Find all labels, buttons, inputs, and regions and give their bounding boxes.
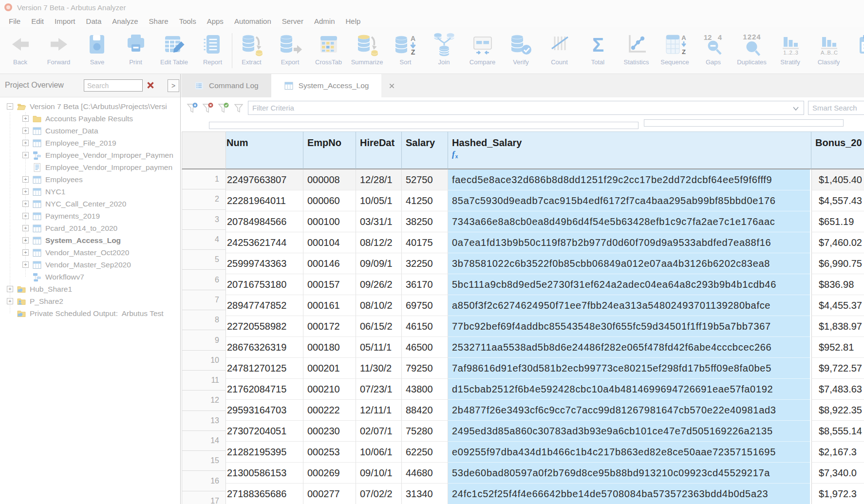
cell[interactable]: 69750 [402, 295, 448, 316]
tree-item-accounts-payable-results[interactable]: Accounts Payable Results [0, 112, 180, 125]
toolbar-total-button[interactable]: ΣTotal [579, 27, 617, 66]
cell[interactable]: 28676326319 [226, 337, 303, 358]
column-header-num[interactable]: Num [226, 131, 303, 169]
toolbar-summarize-button[interactable]: Summarize [348, 27, 386, 66]
cell[interactable]: 02/07/1 [356, 421, 402, 442]
menu-import[interactable]: Import [49, 17, 81, 25]
toolbar-stratify-button[interactable]: 1..2..3Stratify [771, 27, 809, 66]
toolbar-sort-button[interactable]: AZSort [386, 27, 425, 66]
cell[interactable]: $651.19 [811, 211, 864, 232]
cell[interactable]: 2532711aa5538ad5b8d6e24486f282e065f478fd… [448, 337, 810, 358]
cell[interactable]: 29593164703 [226, 400, 303, 421]
plus-expander-icon[interactable] [22, 128, 29, 134]
menu-tools[interactable]: Tools [174, 17, 202, 25]
toolbar-compare-button[interactable]: Compare [463, 27, 502, 66]
cell[interactable]: 000060 [303, 190, 356, 211]
cell[interactable]: $8,922.35 [811, 400, 864, 421]
cell[interactable]: 09/10/1 [356, 463, 402, 484]
cell[interactable]: 000201 [303, 358, 356, 379]
cell[interactable]: 27188365686 [226, 484, 303, 504]
toolbar-report-button[interactable]: Report [193, 27, 232, 66]
chevron-down-icon[interactable] [792, 105, 799, 111]
filter-apply-icon[interactable] [186, 102, 198, 114]
cell[interactable]: 7af98616d91ef30d581b2ecb99773ce80215ef29… [448, 358, 810, 379]
row-number[interactable]: 10 [182, 351, 226, 371]
cell[interactable]: 22720558982 [226, 316, 303, 337]
menu-server[interactable]: Server [277, 17, 309, 25]
panel-collapse-button[interactable]: > [168, 79, 179, 92]
tree-item-nyc-call-center-2020[interactable]: NYC_Call_Center_2020 [0, 198, 180, 210]
cell[interactable]: a850f3f2c6274624950f71ee7fbb24ea313a5480… [448, 295, 810, 316]
cell[interactable]: 21300586153 [226, 463, 303, 484]
row-number[interactable]: 3 [182, 210, 226, 230]
cell[interactable]: 62250 [402, 442, 448, 463]
cell[interactable]: 000230 [303, 421, 356, 442]
cell[interactable]: 25999743363 [226, 253, 303, 274]
toolbar-verify-button[interactable]: Verify [502, 27, 540, 66]
cell[interactable]: $7,483.63 [811, 379, 864, 400]
cell[interactable]: 85a7c5930d9eadb7cac915b4edf6172f7ca4baa2… [448, 190, 810, 211]
cell[interactable]: $9,722.57 [811, 358, 864, 379]
cell[interactable]: 000253 [303, 442, 356, 463]
cell[interactable]: 36170 [402, 274, 448, 295]
row-number[interactable]: 14 [182, 431, 226, 451]
cell[interactable]: 12/11/1 [356, 400, 402, 421]
cell[interactable]: 44680 [402, 463, 448, 484]
toolbar-crosstab-button[interactable]: CrossTab [309, 27, 348, 66]
tree-item-system-access-log[interactable]: System_Access_Log [0, 234, 180, 246]
plus-expander-icon[interactable] [22, 201, 29, 207]
cell[interactable]: $2,167.3 [811, 442, 864, 463]
tab-close-button[interactable] [385, 81, 398, 91]
toolbar-join-button[interactable]: Join [425, 27, 463, 66]
cell[interactable]: 52750 [402, 169, 448, 190]
row-number[interactable]: 4 [182, 230, 226, 250]
cell[interactable]: $1,838.97 [811, 316, 864, 337]
cell[interactable]: 07/23/1 [356, 379, 402, 400]
toolbar-classify-button[interactable]: A..B..CClassify [809, 27, 848, 66]
tree-item-employee-vendor-improper-paymen[interactable]: Employee_Vendor_Improper_paymen [0, 161, 180, 173]
menu-automation[interactable]: Automation [229, 17, 277, 25]
tree-item-nyc1[interactable]: NYC1 [0, 186, 180, 198]
cell[interactable]: 05/11/1 [356, 337, 402, 358]
cell[interactable]: 24253621744 [226, 232, 303, 253]
filter-plain-icon[interactable] [232, 102, 245, 114]
cell[interactable]: d15cbab2512f6b4e592428cbc10a4b4814699694… [448, 379, 810, 400]
tree-item-p-share2[interactable]: P_Share2 [0, 295, 180, 307]
cell[interactable]: 38250 [402, 211, 448, 232]
cell[interactable]: 000157 [303, 274, 356, 295]
tree-item-version-7-beta-c-arbutus-projects-versi[interactable]: Version 7 Beta [C:\Arbutus\Projects\Vers… [0, 100, 180, 112]
cell[interactable]: faecd5e8ace32d686b8d8dd1251f29c2cc17be2d… [448, 169, 810, 190]
tree-item-pcard-2014-to-2020[interactable]: Pcard_2014_to_2020 [0, 222, 180, 234]
cell[interactable]: 20716753180 [226, 274, 303, 295]
toolbar-count-button[interactable]: Count [540, 27, 579, 66]
cell[interactable]: 000180 [303, 337, 356, 358]
cell[interactable]: 43800 [402, 379, 448, 400]
cell[interactable]: 09/26/2 [356, 274, 402, 295]
cell[interactable]: 41250 [402, 190, 448, 211]
cell[interactable]: 22497663807 [226, 169, 303, 190]
cell[interactable]: 7343a66e8a8cb0ea8d49b6d4f54e5b63428efb1c… [448, 211, 810, 232]
cell[interactable]: 77bc92bef69f4addbc85543548e30f655fc59d34… [448, 316, 810, 337]
row-number[interactable]: 2 [182, 189, 226, 209]
tree-item-hub-share1[interactable]: Hub_Share1 [0, 283, 180, 295]
cell[interactable]: 3b78581022c6b3522f0b85cbb06849a012e07aa4… [448, 253, 810, 274]
plus-expander-icon[interactable] [22, 225, 29, 231]
menu-file[interactable]: File [3, 17, 26, 25]
tree-item-payments-2019[interactable]: Payments_2019 [0, 210, 180, 222]
cell[interactable]: 88420 [402, 400, 448, 421]
row-number[interactable]: 8 [182, 310, 226, 330]
row-number[interactable]: 16 [182, 471, 226, 491]
cell[interactable]: $952.81 [811, 337, 864, 358]
cell[interactable]: 09/09/1 [356, 253, 402, 274]
cell[interactable]: 46500 [402, 337, 448, 358]
toolbar-edit-table-button[interactable]: Edit Table [155, 27, 193, 66]
cell[interactable]: 2b4877f26e3493cf6c9cc7c7acc99d8126798164… [448, 400, 810, 421]
tab-command-log[interactable]: Command Log [182, 74, 271, 97]
toolbar-export-button[interactable]: Export [271, 27, 309, 66]
cell[interactable]: 000210 [303, 379, 356, 400]
cell[interactable]: 06/15/2 [356, 316, 402, 337]
cell[interactable]: $7,340.0 [811, 463, 864, 484]
cell[interactable]: 75280 [402, 421, 448, 442]
filter-clear-icon[interactable] [201, 102, 214, 114]
cell[interactable]: $4,557.43 [811, 190, 864, 211]
